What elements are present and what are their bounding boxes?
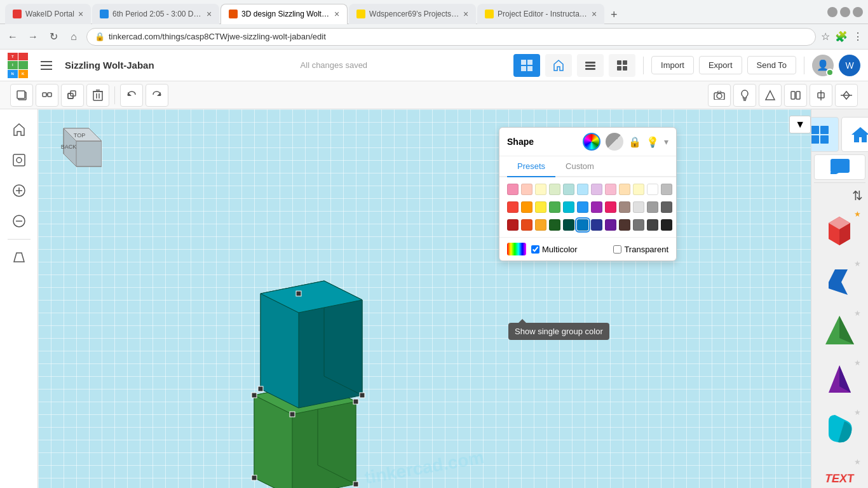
perspective-button[interactable] (6, 245, 32, 270)
swatch-rose-light[interactable] (605, 184, 616, 195)
shape-item-red-cube[interactable]: ★ (818, 208, 862, 253)
close-button[interactable] (853, 7, 863, 17)
shape-item-blue-shape[interactable]: ★ (818, 258, 862, 302)
swatch-gray[interactable] (647, 201, 658, 213)
3d-objects-group[interactable] (216, 268, 394, 488)
chat-icon[interactable] (814, 154, 865, 180)
swatch-green-light[interactable] (549, 184, 560, 195)
swatch-purple-light[interactable] (591, 184, 602, 195)
lightbulb-icon[interactable]: 💡 (646, 136, 659, 148)
lock-icon[interactable]: 🔒 (628, 136, 641, 148)
extension-icon[interactable]: 🧩 (835, 30, 848, 43)
swatch-purple-dark[interactable] (605, 219, 616, 231)
swatch-orange-light[interactable] (521, 184, 532, 195)
grid-view-button[interactable] (513, 54, 540, 77)
swatch-yellow-light[interactable] (535, 184, 546, 195)
flip-button[interactable] (835, 84, 858, 107)
swatch-blue-dark-selected[interactable] (577, 219, 588, 231)
tab4-close[interactable]: × (463, 9, 468, 19)
swatch-yellow-dark[interactable] (535, 219, 546, 231)
navigation-cube[interactable]: TOP BACK (51, 122, 102, 173)
add-user-button[interactable]: 👤 (812, 55, 834, 76)
swatch-blue[interactable] (577, 201, 588, 213)
menu-list-icon[interactable] (36, 55, 57, 76)
tab2-close[interactable]: × (207, 9, 212, 19)
swatch-gray-light[interactable] (661, 184, 672, 195)
swatch-pink[interactable] (605, 201, 616, 213)
back-nav-button[interactable]: ← (5, 29, 20, 44)
swatch-purple[interactable] (591, 201, 602, 213)
shape-item-text[interactable]: ★ TEXT (818, 456, 862, 488)
import-button[interactable]: Import (651, 56, 694, 74)
align-button[interactable] (810, 84, 832, 107)
swatch-gray-mid[interactable] (633, 201, 644, 213)
canvas-area[interactable]: tinkercad.com TOP BACK (38, 109, 811, 488)
swatch-blue-light[interactable] (577, 184, 588, 195)
house-view-icon[interactable] (841, 117, 869, 152)
home-view-button[interactable] (6, 117, 32, 142)
swatch-green-dark[interactable] (549, 219, 560, 231)
swatch-orange-dark[interactable] (521, 219, 532, 231)
shape-item-teal-shape[interactable]: ★ (818, 407, 862, 451)
grid-view-icon[interactable] (811, 117, 839, 152)
redo-button[interactable] (146, 84, 168, 107)
forward-nav-button[interactable]: → (25, 29, 41, 44)
light-bulb-button[interactable] (733, 84, 756, 107)
swatch-red[interactable] (507, 201, 519, 213)
presets-tab[interactable]: Presets (507, 156, 555, 177)
home-button[interactable]: ⌂ (66, 29, 81, 44)
zoom-in-button[interactable] (6, 178, 32, 203)
swatch-brown[interactable] (619, 201, 630, 213)
swatch-orange[interactable] (521, 201, 532, 213)
send-to-button[interactable]: Send To (747, 56, 796, 74)
undo-button[interactable] (120, 84, 143, 107)
swatch-teal-light[interactable] (563, 184, 574, 195)
multicolor-checkbox[interactable] (531, 245, 539, 254)
swatch-brown-dark[interactable] (619, 219, 630, 231)
swatch-lime-light[interactable] (633, 184, 644, 195)
tinkercad-logo[interactable]: T I N K (8, 53, 28, 78)
nav-dropdown-button[interactable]: ▼ (789, 116, 811, 133)
swatch-teal-dark[interactable] (563, 219, 574, 231)
transparent-checkbox[interactable] (613, 245, 621, 254)
shape-item-purple-pyramid[interactable]: ★ (818, 357, 862, 402)
delete-button[interactable] (86, 84, 109, 107)
custom-tab[interactable]: Custom (555, 156, 604, 176)
tab-projects[interactable]: Wdspencer69's Projects - Instr... × (349, 4, 476, 24)
tab-6th-period[interactable]: 6th Period 2:05 - 3:00 Design... × (92, 4, 219, 24)
refresh-button[interactable]: ↻ (46, 29, 61, 44)
swatch-black[interactable] (661, 219, 672, 231)
swatch-yellow[interactable] (535, 201, 546, 213)
tab-3ddesign[interactable]: 3D design Sizzling Wolt-Jaban... × (220, 4, 348, 24)
user-avatar[interactable]: W (839, 55, 860, 76)
transparent-checkbox-label[interactable]: Transparent (613, 245, 668, 254)
swatch-indigo-dark[interactable] (591, 219, 602, 231)
list-view-button[interactable] (577, 54, 604, 77)
shape-select-button[interactable] (759, 84, 782, 107)
craft-view-button[interactable] (545, 54, 572, 77)
browser-menu-icon[interactable]: ⋮ (853, 30, 863, 43)
mirror-button[interactable] (784, 84, 807, 107)
block-view-button[interactable] (609, 54, 635, 77)
swatch-gray2[interactable] (633, 219, 644, 231)
swatch-amber-light[interactable] (619, 184, 630, 195)
tab1-close[interactable]: × (78, 9, 83, 19)
bookmark-star-icon[interactable]: ☆ (821, 30, 830, 43)
zoom-out-button[interactable] (6, 208, 32, 234)
adjust-icon[interactable]: ⇅ (852, 188, 863, 203)
tab3-close[interactable]: × (334, 9, 339, 19)
dropdown-arrow-icon[interactable]: ▾ (664, 137, 668, 147)
duplicate-button[interactable] (10, 84, 33, 107)
tab-project-editor[interactable]: Project Editor - Instructables × (477, 4, 604, 24)
swatch-pink-light[interactable] (507, 184, 519, 195)
swatch-darkgray[interactable] (647, 219, 658, 231)
solid-icon[interactable] (606, 133, 623, 151)
zoom-to-fit-button[interactable] (6, 147, 32, 173)
swatch-white[interactable] (647, 184, 658, 195)
multi-duplicate-button[interactable] (61, 84, 84, 107)
tab5-close[interactable]: × (592, 9, 597, 19)
swatch-green[interactable] (549, 201, 560, 213)
tab-wakeid[interactable]: WakeID Portal × (5, 4, 91, 24)
export-button[interactable]: Export (699, 56, 742, 74)
camera-button[interactable] (708, 84, 731, 107)
